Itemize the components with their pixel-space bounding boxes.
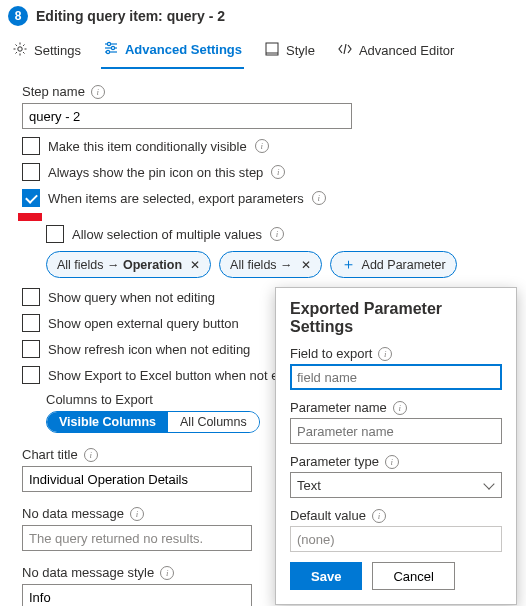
tab-advanced-editor[interactable]: Advanced Editor	[335, 34, 456, 69]
checkbox-refresh-icon[interactable]	[22, 340, 40, 358]
info-icon[interactable]: i	[160, 566, 174, 580]
add-parameter-button[interactable]: ＋ Add Parameter	[330, 251, 457, 278]
code-icon	[337, 41, 353, 60]
info-icon[interactable]: i	[312, 191, 326, 205]
save-button[interactable]: Save	[290, 562, 362, 590]
style-icon	[264, 41, 280, 60]
parameter-type-label: Parameter type	[290, 454, 379, 469]
svg-point-0	[18, 47, 22, 51]
tab-style[interactable]: Style	[262, 34, 317, 69]
exported-params-pills: All fields → Operation ✕ All fields → ✕ …	[46, 251, 508, 278]
tab-label: Advanced Editor	[359, 43, 454, 58]
info-icon[interactable]: i	[84, 448, 98, 462]
info-icon[interactable]: i	[385, 455, 399, 469]
field-to-export-label: Field to export	[290, 346, 372, 361]
close-icon[interactable]: ✕	[301, 258, 311, 272]
seg-all-columns[interactable]: All Columns	[168, 412, 259, 432]
chart-title-label: Chart title	[22, 447, 78, 462]
info-icon[interactable]: i	[378, 347, 392, 361]
svg-point-4	[111, 46, 114, 49]
close-icon[interactable]: ✕	[190, 258, 200, 272]
cancel-button[interactable]: Cancel	[372, 562, 454, 590]
seg-visible-columns[interactable]: Visible Columns	[47, 412, 168, 432]
step-name-input[interactable]	[22, 103, 352, 129]
columns-export-toggle: Visible Columns All Columns	[46, 411, 260, 433]
sliders-icon	[103, 40, 119, 59]
default-value-label: Default value	[290, 508, 366, 523]
annotation-highlight	[18, 213, 42, 221]
tab-label: Settings	[34, 43, 81, 58]
header-title: Editing query item: query - 2	[36, 8, 225, 24]
checkbox-label: Show refresh icon when not editing	[48, 342, 250, 357]
checkbox-pin-icon[interactable]	[22, 163, 40, 181]
info-icon[interactable]: i	[393, 401, 407, 415]
no-data-style-label: No data message style	[22, 565, 154, 580]
field-to-export-input[interactable]	[290, 364, 502, 390]
no-data-message-label: No data message	[22, 506, 124, 521]
no-data-style-select[interactable]	[22, 584, 252, 606]
tab-label: Advanced Settings	[125, 42, 242, 57]
exported-parameter-settings-popup: Exported Parameter Settings Field to exp…	[275, 287, 517, 605]
tab-bar: Settings Advanced Settings Style Advance…	[0, 28, 526, 70]
param-pill-operation[interactable]: All fields → Operation ✕	[46, 251, 211, 278]
chart-title-input[interactable]	[22, 466, 252, 492]
param-pill-empty[interactable]: All fields → ✕	[219, 251, 322, 278]
default-value-input[interactable]	[290, 526, 502, 552]
add-icon: ＋	[341, 255, 356, 274]
parameter-type-select[interactable]: Text	[290, 472, 502, 498]
tab-label: Style	[286, 43, 315, 58]
checkbox-label: Make this item conditionally visible	[48, 139, 247, 154]
parameter-name-input[interactable]	[290, 418, 502, 444]
svg-line-9	[344, 44, 346, 54]
checkbox-export-parameters[interactable]	[22, 189, 40, 207]
checkbox-label: Show Export to Excel button when not edi…	[48, 368, 310, 383]
chevron-down-icon	[483, 478, 494, 489]
checkbox-open-external[interactable]	[22, 314, 40, 332]
step-name-label: Step name	[22, 84, 85, 99]
checkbox-show-query[interactable]	[22, 288, 40, 306]
checkbox-conditionally-visible[interactable]	[22, 137, 40, 155]
checkbox-label: Always show the pin icon on this step	[48, 165, 263, 180]
parameter-name-label: Parameter name	[290, 400, 387, 415]
checkbox-label: Show open external query button	[48, 316, 239, 331]
checkbox-label: When items are selected, export paramete…	[48, 191, 304, 206]
info-icon[interactable]: i	[372, 509, 386, 523]
info-icon[interactable]: i	[255, 139, 269, 153]
step-number-badge: 8	[8, 6, 28, 26]
svg-point-6	[106, 50, 109, 53]
checkbox-multiple-values[interactable]	[46, 225, 64, 243]
tab-advanced-settings[interactable]: Advanced Settings	[101, 34, 244, 69]
gear-icon	[12, 41, 28, 60]
checkbox-export-excel[interactable]	[22, 366, 40, 384]
popup-title: Exported Parameter Settings	[290, 300, 502, 336]
checkbox-label: Show query when not editing	[48, 290, 215, 305]
checkbox-label: Allow selection of multiple values	[72, 227, 262, 242]
tab-settings[interactable]: Settings	[10, 34, 83, 69]
info-icon[interactable]: i	[91, 85, 105, 99]
info-icon[interactable]: i	[270, 227, 284, 241]
editor-header: 8 Editing query item: query - 2	[0, 0, 526, 28]
info-icon[interactable]: i	[271, 165, 285, 179]
svg-point-2	[107, 42, 110, 45]
info-icon[interactable]: i	[130, 507, 144, 521]
no-data-message-input[interactable]	[22, 525, 252, 551]
